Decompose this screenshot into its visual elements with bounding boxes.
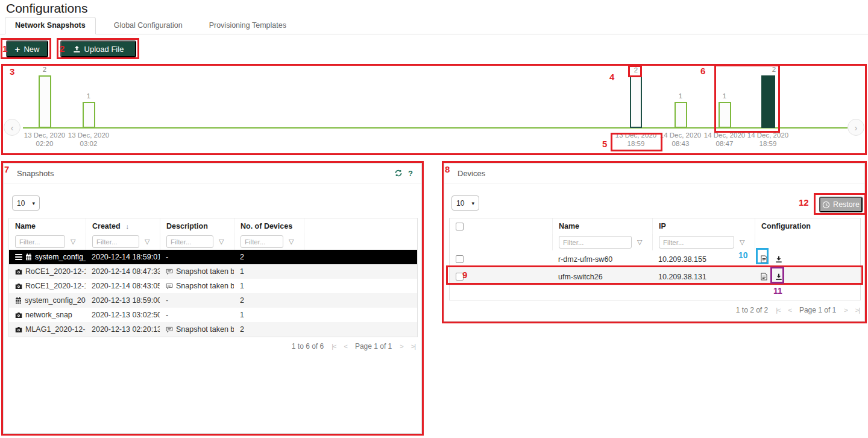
sort-desc-icon: ↓: [126, 223, 130, 230]
upload-file-label: Upload File: [84, 45, 124, 54]
timeline-date-2: 13 Dec, 2020 03:02: [61, 131, 116, 148]
snapshots-timeline: ‹ › 2 13 Dec, 2020 02:20 1 13 Dec, 2020 …: [1, 64, 867, 155]
snapshot-description: -: [160, 311, 234, 319]
filter-funnel-icon[interactable]: ▽: [145, 238, 149, 246]
snapshot-row-selected[interactable]: system_config_20... 2020-12-14 18:59:01 …: [9, 250, 417, 264]
chevron-down-icon: ▾: [32, 200, 35, 206]
filter-funnel-icon[interactable]: ▽: [637, 238, 642, 246]
chevron-down-icon: ▾: [471, 200, 474, 206]
snapshot-description: Snapshot taken befo...: [176, 267, 234, 276]
column-header-description[interactable]: Description: [160, 218, 234, 233]
snapshot-name: RoCE1_2020-12-14...: [25, 267, 86, 276]
camera-icon: [15, 268, 22, 275]
pagination-range: 1 to 2 of 2: [736, 306, 768, 314]
device-checkbox[interactable]: [456, 273, 464, 281]
filter-created-input[interactable]: [92, 235, 139, 248]
timeline-date-6: 14 Dec, 2020 18:59: [741, 131, 795, 148]
comment-icon: [166, 283, 173, 290]
snapshot-description: -: [160, 296, 234, 305]
device-name: r-dmz-ufm-sw60: [552, 255, 652, 264]
prev-page-icon[interactable]: <: [788, 306, 791, 314]
snapshot-row[interactable]: MLAG1_2020-12-13... 2020-12-13 02:20:13 …: [9, 322, 417, 337]
column-header-created[interactable]: Created↓: [86, 218, 160, 233]
filter-name-input[interactable]: [559, 236, 632, 249]
config-file-icon[interactable]: [761, 273, 767, 281]
bar-count: 1: [77, 92, 101, 100]
devices-page-size-select[interactable]: 10 ▾: [451, 195, 479, 211]
restore-clock-icon: [822, 201, 830, 209]
last-page-icon[interactable]: >|: [855, 306, 860, 314]
snapshot-devices: 1: [234, 267, 304, 276]
devices-title: Devices: [453, 169, 485, 178]
upload-file-button[interactable]: Upload File: [60, 40, 136, 57]
config-file-icon[interactable]: [761, 255, 767, 263]
new-button[interactable]: + New: [6, 40, 48, 57]
tab-network-snapshots[interactable]: Network Snapshots: [5, 17, 96, 34]
prev-page-icon[interactable]: <: [344, 343, 347, 350]
snapshot-row[interactable]: RoCE1_2020-12-14... 2020-12-14 08:47:33 …: [9, 264, 417, 279]
timeline-bar-5[interactable]: [719, 102, 731, 128]
filter-ip-input[interactable]: [659, 236, 734, 249]
devices-table: Name IP Configuration ▽ ▽ r-dmz-ufm-sw60…: [449, 218, 861, 300]
filter-name-input[interactable]: [15, 235, 65, 248]
refresh-icon[interactable]: [394, 169, 403, 177]
device-checkbox[interactable]: [456, 255, 464, 263]
device-row[interactable]: ufm-switch26 10.209.38.131: [450, 268, 860, 285]
snapshots-filter-row: ▽ ▽ ▽ ▽: [9, 233, 417, 250]
column-header-devices[interactable]: No. of Devices: [234, 218, 304, 233]
comment-icon: [166, 268, 173, 275]
snapshots-pagination: 1 to 6 of 6 |< < Page 1 of 1 > >|: [292, 342, 415, 351]
calendar-icon: [15, 297, 22, 304]
timeline-next-button[interactable]: ›: [848, 119, 864, 136]
snapshot-row[interactable]: RoCE1_2020-12-14... 2020-12-14 08:43:05 …: [9, 279, 417, 293]
restore-button[interactable]: Restore: [819, 197, 863, 212]
upload-icon: [73, 45, 81, 53]
tab-global-configuration[interactable]: Global Configuration: [104, 17, 192, 34]
next-page-icon[interactable]: >: [400, 343, 403, 350]
snapshot-created: 2020-12-14 18:59:01: [86, 253, 160, 261]
tab-provisioning-templates[interactable]: Provisioning Templates: [200, 17, 296, 34]
last-page-icon[interactable]: >|: [411, 343, 415, 350]
first-page-icon[interactable]: |<: [776, 306, 780, 314]
snapshot-created: 2020-12-14 08:43:05: [86, 282, 160, 290]
device-row[interactable]: r-dmz-ufm-sw60 10.209.38.155: [450, 250, 860, 268]
timeline-bar-3-selected[interactable]: [630, 75, 642, 128]
column-header-configuration: Configuration: [755, 218, 860, 234]
snapshot-description: Snapshot taken befo...: [176, 282, 234, 290]
timeline-bar-6-filled[interactable]: [761, 75, 775, 128]
timeline-bar-2[interactable]: [83, 102, 95, 128]
bar-count: 2: [762, 66, 786, 73]
bar-count: 1: [712, 92, 737, 100]
snapshots-page-size-select[interactable]: 10 ▾: [12, 195, 40, 211]
camera-icon: [15, 312, 22, 319]
select-all-checkbox[interactable]: [456, 223, 464, 230]
filter-description-input[interactable]: [166, 235, 213, 248]
devices-pagination: 1 to 2 of 2 |< < Page 1 of 1 > >|: [736, 306, 860, 314]
filter-devices-input[interactable]: [241, 235, 283, 248]
timeline-bar-4[interactable]: [675, 102, 687, 128]
next-page-icon[interactable]: >: [844, 306, 847, 314]
column-header-ip[interactable]: IP: [652, 218, 755, 234]
bar-count-selected: 2: [624, 66, 648, 74]
snapshot-name: system_config_20...: [35, 253, 86, 261]
pagination-page: Page 1 of 1: [355, 342, 392, 351]
snapshot-row[interactable]: system_config_20... 2020-12-13 18:59:00 …: [9, 293, 417, 308]
first-page-icon[interactable]: |<: [332, 343, 336, 350]
devices-filter-row: ▽ ▽: [450, 234, 860, 250]
timeline-bar-1[interactable]: [39, 75, 51, 128]
filter-funnel-icon[interactable]: ▽: [740, 238, 744, 246]
filter-funnel-icon[interactable]: ▽: [71, 238, 75, 246]
column-header-name[interactable]: Name: [552, 218, 652, 234]
help-icon[interactable]: ?: [408, 169, 413, 178]
download-config-icon[interactable]: [775, 273, 782, 281]
filter-funnel-icon[interactable]: ▽: [219, 238, 224, 246]
snapshot-created: 2020-12-13 03:02:50: [86, 311, 160, 319]
column-header-name[interactable]: Name: [9, 218, 86, 233]
filter-funnel-icon[interactable]: ▽: [289, 238, 294, 246]
pagination-page: Page 1 of 1: [799, 306, 836, 314]
snapshot-description: -: [160, 253, 234, 261]
snapshot-devices: 1: [234, 311, 304, 319]
chevron-left-icon: ‹: [11, 122, 14, 133]
snapshot-row[interactable]: network_snap 2020-12-13 03:02:50 - 1: [9, 308, 417, 322]
download-config-icon[interactable]: [775, 256, 782, 263]
